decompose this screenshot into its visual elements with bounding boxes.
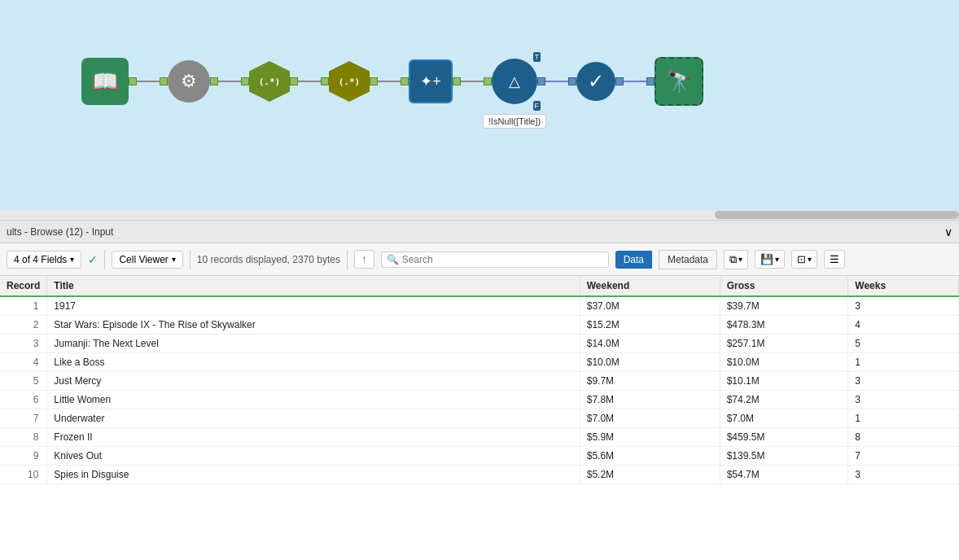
input-dot-7 — [568, 77, 576, 85]
view-icon: ⊡ — [797, 253, 806, 265]
search-icon: 🔍 — [387, 254, 399, 265]
book-icon[interactable]: 📖 — [81, 58, 129, 105]
col-weekend[interactable]: Weekend — [580, 276, 720, 296]
data-table: Record Title Weekend Gross Weeks 1 1917 … — [0, 276, 959, 484]
hex1-icon[interactable]: (.*) — [249, 61, 290, 102]
search-box[interactable]: 🔍 — [381, 252, 609, 268]
cell-title: Underwater — [47, 409, 580, 428]
save-button[interactable]: 💾 ▾ — [755, 250, 785, 269]
connector-5 — [461, 81, 484, 82]
cell-gross: $459.5M — [720, 428, 848, 447]
cell-gross: $478.3M — [720, 316, 848, 335]
input-dot-5 — [401, 77, 409, 85]
workflow-nodes: 📖 ⚙ (.*) (.*) — [81, 57, 703, 106]
data-table-wrapper[interactable]: Record Title Weekend Gross Weeks 1 1917 … — [0, 276, 959, 560]
cell-weeks: 3 — [848, 372, 959, 391]
cell-record: 10 — [0, 466, 47, 484]
viewer-button[interactable]: Cell Viewer ▾ — [112, 251, 182, 269]
cell-title: Like a Boss — [47, 353, 580, 372]
cell-record: 1 — [0, 296, 47, 316]
connector-3 — [298, 81, 321, 82]
copy-chevron-icon: ▾ — [738, 255, 742, 264]
col-record[interactable]: Record — [0, 276, 47, 296]
output-dot-5 — [453, 77, 461, 85]
metadata-tab-button[interactable]: Metadata — [659, 250, 717, 269]
cell-gross: $7.0M — [720, 409, 848, 428]
table-header-row: Record Title Weekend Gross Weeks — [0, 276, 959, 296]
filter-icon[interactable]: △ T F — [492, 59, 537, 104]
check-icon[interactable]: ✓ — [576, 62, 615, 101]
col-gross[interactable]: Gross — [720, 276, 848, 296]
cell-record: 3 — [0, 335, 47, 353]
separator-2 — [190, 250, 190, 269]
cell-weekend: $10.0M — [580, 353, 720, 372]
cell-gross: $74.2M — [720, 391, 848, 409]
cell-gross: $10.0M — [720, 353, 848, 372]
cell-weeks: 5 — [848, 335, 959, 353]
hex2-icon[interactable]: (.*) — [329, 61, 370, 102]
table-row[interactable]: 10 Spies in Disguise $5.2M $54.7M 3 — [0, 466, 959, 484]
node-hex2[interactable]: (.*) — [329, 61, 370, 102]
node-check[interactable]: ✓ — [576, 62, 615, 101]
table-row[interactable]: 1 1917 $37.0M $39.7M 3 — [0, 296, 959, 316]
hamburger-icon: ☰ — [830, 253, 839, 265]
separator-1 — [104, 250, 105, 269]
cell-title: Jumanji: The Next Level — [47, 335, 580, 353]
search-input[interactable] — [402, 254, 603, 265]
output-dot-2 — [210, 77, 218, 85]
connector-4 — [378, 81, 401, 82]
cell-weekend: $5.2M — [580, 466, 720, 484]
connector-7 — [624, 81, 646, 82]
save-chevron-icon: ▾ — [775, 255, 779, 264]
view-chevron-icon: ▾ — [808, 255, 812, 264]
menu-button[interactable]: ☰ — [824, 250, 845, 269]
cell-record: 9 — [0, 447, 47, 466]
table-row[interactable]: 4 Like a Boss $10.0M $10.0M 1 — [0, 353, 959, 372]
cell-gross: $39.7M — [720, 296, 848, 316]
table-row[interactable]: 8 Frozen II $5.9M $459.5M 8 — [0, 428, 959, 447]
browse-icon[interactable]: 🔭 — [655, 57, 703, 106]
input-dot-6 — [484, 77, 492, 85]
output-dot-3 — [290, 77, 298, 85]
fields-button[interactable]: 4 of 4 Fields ▾ — [7, 251, 81, 269]
sparkle-icon[interactable]: ✦+ — [409, 59, 453, 103]
cell-weekend: $7.0M — [580, 409, 720, 428]
copy-button[interactable]: ⧉ ▾ — [724, 250, 748, 269]
collapse-icon[interactable]: ∨ — [944, 225, 952, 238]
output-dot-6 — [537, 77, 545, 85]
table-row[interactable]: 3 Jumanji: The Next Level $14.0M $257.1M… — [0, 335, 959, 353]
connector-6 — [545, 81, 568, 82]
input-dot-3 — [241, 77, 249, 85]
data-tab-button[interactable]: Data — [615, 251, 652, 269]
cell-weekend: $37.0M — [580, 296, 720, 316]
separator-3 — [347, 250, 348, 269]
cell-title: Star Wars: Episode IX - The Rise of Skyw… — [47, 316, 580, 335]
viewer-chevron-icon: ▾ — [172, 255, 176, 264]
cell-gross: $10.1M — [720, 372, 848, 391]
table-row[interactable]: 6 Little Women $7.8M $74.2M 3 — [0, 391, 959, 409]
table-row[interactable]: 2 Star Wars: Episode IX - The Rise of Sk… — [0, 316, 959, 335]
view-button[interactable]: ⊡ ▾ — [791, 250, 817, 269]
cell-weekend: $9.7M — [580, 372, 720, 391]
table-row[interactable]: 7 Underwater $7.0M $7.0M 1 — [0, 409, 959, 428]
cell-title: Just Mercy — [47, 372, 580, 391]
col-weeks[interactable]: Weeks — [848, 276, 959, 296]
cell-title: 1917 — [47, 296, 580, 316]
cell-record: 4 — [0, 353, 47, 372]
col-title[interactable]: Title — [47, 276, 580, 296]
node-hex1[interactable]: (.*) — [249, 61, 290, 102]
scroll-up-button[interactable]: ↑ — [354, 250, 374, 269]
gear-icon[interactable]: ⚙ — [168, 60, 210, 103]
node-filter[interactable]: △ T F !IsNull([Title]) — [492, 59, 537, 104]
cell-weekend: $7.8M — [580, 391, 720, 409]
cell-title: Knives Out — [47, 447, 580, 466]
table-row[interactable]: 5 Just Mercy $9.7M $10.1M 3 — [0, 372, 959, 391]
node-browse[interactable]: 🔭 — [655, 57, 703, 106]
cell-weeks: 3 — [848, 466, 959, 484]
node-book[interactable]: 📖 — [81, 58, 129, 105]
table-row[interactable]: 9 Knives Out $5.6M $139.5M 7 — [0, 447, 959, 466]
node-sparkle[interactable]: ✦+ — [409, 59, 453, 103]
t-label: T — [533, 52, 541, 62]
node-gear[interactable]: ⚙ — [168, 60, 210, 103]
cell-gross: $139.5M — [720, 447, 848, 466]
